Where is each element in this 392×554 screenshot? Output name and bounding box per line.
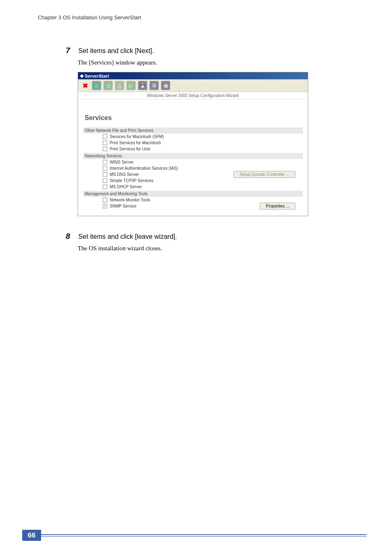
close-icon[interactable]: ✖ [81,81,90,90]
checkbox-label: Internet Authentication Services (IAS) [110,166,178,171]
section-header-networking: Networking Services [83,153,303,159]
setup-domain-controller-button[interactable]: Setup Domain Controller ... [233,171,295,178]
checkbox-icon[interactable] [103,141,107,145]
grid-icon[interactable]: ▦ [161,81,170,90]
checkbox-icon[interactable] [103,134,107,139]
disk-open-icon[interactable]: 🖫 [150,81,159,90]
wizard-banner: Windows Server 2003 Setup Configuration … [78,92,308,99]
footer-rule-bottom [41,536,367,537]
checkbox-dhcp[interactable]: MS DHCP Server [83,184,303,190]
checkbox-icon[interactable] [103,147,107,151]
checkbox-icon[interactable] [103,160,107,164]
window-title-text: ServerStart [85,74,109,78]
checkbox-ias[interactable]: Internet Authentication Services (IAS) [83,165,303,171]
checkbox-print-unix[interactable]: Print Services for Unix [83,146,303,152]
checkbox-simple-tcpip[interactable]: Simple TCP/IP Services [83,178,303,184]
checkbox-icon[interactable] [103,178,107,183]
checkbox-icon[interactable] [103,198,107,202]
step-number-7: 7 [66,46,70,55]
disk-save-icon[interactable]: 💾 [138,81,147,90]
checkbox-label: Print Services for Macintosh [110,141,161,145]
checkbox-label: Network Monitor Tools [110,198,150,202]
step-number-8: 8 [66,232,70,241]
footer-rule-top [41,534,367,535]
checkbox-icon[interactable] [103,185,107,189]
checkbox-label: MS DNS Server [110,172,139,177]
step-title-7: Set items and click [Next]. [78,47,154,55]
forward-icon[interactable]: ▷ [127,81,136,90]
checkbox-label: SNMP Service [110,204,136,208]
app-icon: ◆ [80,73,83,78]
section-header-other: Other Network File and Print Services [83,127,303,134]
checkbox-label: Services for Macintosh (SFM) [110,134,164,139]
step-title-8: Set items and click [leave wizard]. [78,233,177,240]
checkbox-icon-checked[interactable]: ✓ [103,204,107,208]
checkbox-print-mac[interactable]: Print Services for Macintosh [83,140,303,146]
checkbox-wins[interactable]: WINS Server [83,159,303,165]
panel-title: Services [83,103,303,127]
checkbox-label: Print Services for Unix [110,147,150,151]
up-icon[interactable]: △ [115,81,124,90]
step-7: 7 Set items and click [Next]. The [Servi… [66,46,353,216]
step-description-7: The [Services] window appears. [78,59,353,66]
page-number: 66 [22,530,41,541]
back-icon[interactable]: ◁ [104,81,113,90]
section-header-management: Management and Monitoring Tools [83,191,303,197]
checkbox-label: Simple TCP/IP Services [110,178,153,183]
window-title-bar: ◆ ServerStart [78,72,308,79]
services-window-screenshot: ◆ ServerStart ✖ ⌂ ◁ △ ▷ 💾 🖫 ▦ Windows Se… [78,72,308,216]
checkbox-net-monitor[interactable]: Network Monitor Tools [83,197,303,203]
checkbox-icon[interactable] [103,166,107,171]
step-description-8: The OS installation wizard closes. [78,245,353,252]
properties-button[interactable]: Properties ... [260,203,295,210]
step-8: 8 Set items and click [leave wizard]. Th… [66,232,353,252]
chapter-header: Chapter 3 OS Installation Using ServerSt… [38,14,141,21]
toolbar: ✖ ⌂ ◁ △ ▷ 💾 🖫 ▦ [78,79,308,92]
checkbox-sfm[interactable]: Services for Macintosh (SFM) [83,134,303,140]
checkbox-label: WINS Server [110,160,134,164]
checkbox-label: MS DHCP Server [110,185,142,189]
checkbox-icon[interactable] [103,172,107,177]
services-panel: Services Other Network File and Print Se… [78,99,308,216]
home-icon[interactable]: ⌂ [92,81,101,90]
